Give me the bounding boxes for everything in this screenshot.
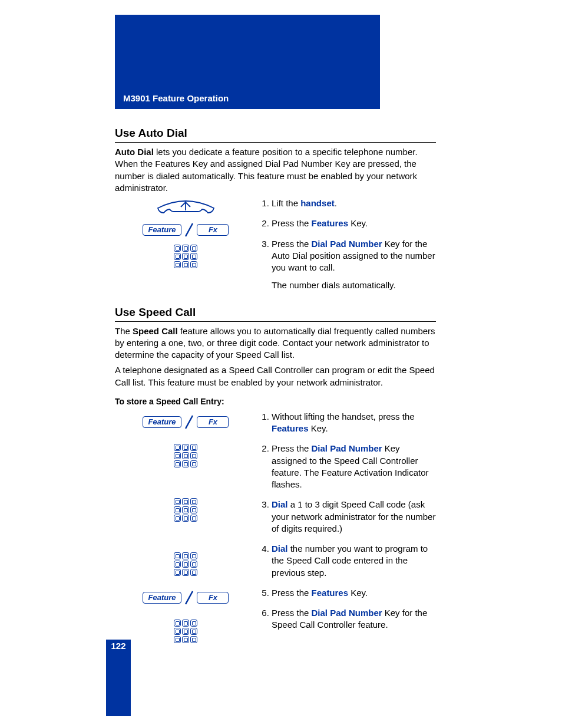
step-3-followup: The number dials automatically. — [272, 279, 436, 291]
text: the number you want to program to the Sp… — [272, 543, 428, 578]
text: Press the — [272, 239, 312, 249]
speed-call-lead: Speed Call — [133, 326, 178, 336]
keypad-icon — [174, 498, 197, 522]
feature-key-icon: Feature — [143, 592, 182, 604]
step-6: Press the Dial Pad Number Key for the Sp… — [272, 607, 436, 631]
text: . — [335, 198, 337, 208]
store-entry-heading: To store a Speed Call Entry: — [115, 397, 436, 406]
section-title-speed-call: Use Speed Call — [115, 306, 436, 319]
auto-dial-lead: Auto Dial — [115, 147, 154, 157]
keypad-1 — [115, 440, 256, 471]
page-number: 122 — [106, 640, 131, 651]
slash-icon — [184, 590, 194, 605]
keypad-icon — [174, 444, 197, 467]
keypad-4 — [115, 616, 256, 647]
slash-icon — [184, 222, 194, 238]
text: a 1 to 3 digit Speed Call code (ask your… — [272, 499, 435, 533]
dial-term: Dial — [272, 543, 288, 554]
features-term: Features — [312, 588, 349, 598]
step-5: Press the Features Key. — [272, 587, 436, 599]
auto-dial-block: Feature Fx Lift the handset. — [115, 197, 436, 300]
feature-fx-row: Feature Fx — [143, 414, 229, 430]
step-2: Press the Dial Pad Number Key assigned t… — [272, 443, 436, 490]
spacer — [115, 532, 256, 549]
handset-term: handset — [300, 198, 335, 208]
text: Press the — [272, 218, 312, 228]
features-term: Features — [312, 218, 349, 228]
speed-call-steps: Without lifting the handset, press the F… — [256, 411, 436, 640]
page-content: Use Auto Dial Auto Dial lets you dedicat… — [115, 121, 436, 654]
keypad-3 — [115, 549, 256, 579]
handset-icon-block: Feature Fx — [115, 197, 256, 272]
svg-line-0 — [186, 223, 193, 236]
section-title-auto-dial: Use Auto Dial — [115, 127, 436, 140]
section-rule — [115, 321, 436, 322]
text: Press the — [272, 443, 312, 453]
document-page: M3901 Feature Operation Use Auto Dial Au… — [0, 0, 562, 728]
step-1: Without lifting the handset, press the F… — [272, 411, 436, 435]
dial-pad-term: Dial Pad Number — [312, 608, 382, 618]
feature-fx-row: Feature Fx — [143, 222, 229, 238]
fx-key-icon: Fx — [197, 224, 229, 236]
dial-term: Dial — [272, 499, 288, 509]
text: The — [115, 326, 133, 336]
step-2: Press the Features Key. — [272, 218, 436, 229]
page-number-tab: 122 — [106, 640, 131, 716]
page-header-bar: M3901 Feature Operation — [115, 15, 380, 109]
speed-call-block: Feature Fx — [115, 411, 436, 654]
step-4: Dial the number you want to program to t… — [272, 543, 436, 579]
feature-row-2: Feature Fx — [115, 587, 256, 609]
section-rule — [115, 142, 436, 143]
keypad-icon — [174, 552, 197, 576]
page-header-title: M3901 Feature Operation — [123, 93, 229, 103]
text: Press the — [272, 608, 312, 618]
svg-line-1 — [186, 416, 193, 429]
dial-pad-term: Dial Pad Number — [312, 443, 382, 453]
slash-icon — [184, 414, 194, 430]
text: Press the — [272, 588, 312, 598]
handset-icon — [152, 197, 220, 216]
feature-fx-row: Feature Fx — [143, 590, 229, 605]
keypad-icon — [174, 620, 197, 643]
keypad-icon — [174, 245, 197, 268]
feature-key-icon: Feature — [143, 224, 182, 236]
feature-key-icon: Feature — [143, 416, 182, 428]
auto-dial-intro: Auto Dial lets you dedicate a feature po… — [115, 146, 436, 194]
step-3: Dial a 1 to 3 digit Speed Call code (ask… — [272, 499, 436, 535]
step-1: Lift the handset. — [272, 197, 436, 209]
fx-key-icon: Fx — [197, 592, 229, 604]
feature-row-1: Feature Fx — [115, 411, 256, 433]
speed-call-icons: Feature Fx — [115, 411, 256, 654]
auto-dial-steps: Lift the handset. Press the Features Key… — [256, 197, 436, 300]
spacer — [115, 478, 256, 495]
svg-line-2 — [186, 591, 193, 604]
features-term: Features — [272, 423, 309, 433]
text: Key. — [309, 423, 328, 433]
dial-pad-term: Dial Pad Number — [312, 239, 382, 249]
speed-call-intro2: A telephone designated as a Speed Call C… — [115, 364, 436, 388]
fx-key-icon: Fx — [197, 416, 229, 428]
text: Without lifting the handset, press the — [272, 411, 415, 421]
step-3: Press the Dial Pad Number Key for the Au… — [272, 238, 436, 292]
text: Key. — [348, 218, 368, 228]
speed-call-intro1: The Speed Call feature allows you to aut… — [115, 325, 436, 361]
auto-dial-intro-text: lets you dedicate a feature position to … — [115, 147, 418, 193]
text: Lift the — [272, 198, 300, 208]
auto-dial-icons: Feature Fx — [115, 197, 256, 279]
keypad-2 — [115, 495, 256, 525]
text: Key. — [348, 588, 368, 598]
